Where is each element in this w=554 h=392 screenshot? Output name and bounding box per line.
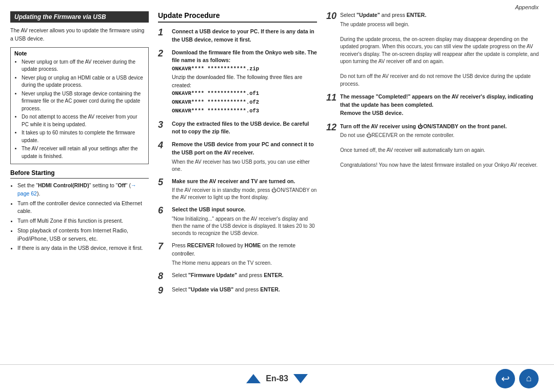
- step-7-content: Press RECEIVER followed by HOME on the r…: [172, 242, 317, 267]
- step-8-content: Select "Firmware Update" and press ENTER…: [172, 271, 317, 280]
- step-5-num: 5: [158, 178, 169, 188]
- footer: En-83 ↩ ⌂: [0, 364, 554, 392]
- step-9-content: Select "Update via USB" and press ENTER.: [172, 286, 317, 294]
- step-5: 5 Make sure the AV receiver and TV are t…: [158, 178, 317, 202]
- left-column: Updating the Firmware via USB The AV rec…: [10, 11, 149, 364]
- step-3: 3 Copy the extracted files to the USB de…: [158, 120, 317, 136]
- step-7-num: 7: [158, 242, 169, 252]
- before-starting-item: Set the "HDMI Control(RIHD)" setting to …: [17, 182, 149, 198]
- step-11: 11 The message "Completed!" appears on t…: [326, 93, 544, 117]
- step-1-num: 1: [158, 28, 169, 38]
- before-starting-item: If there is any data in the USB device, …: [17, 244, 149, 252]
- note-item: Do not attempt to access the AV receiver…: [22, 113, 145, 128]
- step-3-num: 3: [158, 120, 169, 130]
- before-starting-item: Turn off the controller device connected…: [17, 200, 149, 216]
- home-button[interactable]: ⌂: [519, 369, 539, 388]
- next-page-arrow[interactable]: [293, 374, 308, 383]
- section-title: Updating the Firmware via USB: [10, 11, 149, 23]
- note-box: Note Never unplug or turn off the AV rec…: [10, 47, 149, 165]
- step-2-num: 2: [158, 49, 169, 59]
- note-item: The AV receiver will retain all your set…: [22, 145, 145, 160]
- right-column: 10 Select "Update" and press ENTER. The …: [326, 11, 544, 364]
- step-8-num: 8: [158, 271, 169, 282]
- prev-page-arrow[interactable]: [246, 374, 261, 383]
- note-item: It takes up to 60 minutes to complete th…: [22, 129, 145, 144]
- step-12-num: 12: [326, 123, 338, 133]
- before-starting-item: Stop playback of contents from Internet …: [17, 227, 149, 243]
- step-5-content: Make sure the AV receiver and TV are tur…: [172, 178, 317, 202]
- step-6-num: 6: [158, 206, 169, 216]
- note-item: Never unplug the USB storage device cont…: [22, 90, 145, 113]
- before-starting-item: Turn off Multi Zone if this function is …: [17, 217, 149, 225]
- back-button[interactable]: ↩: [496, 369, 515, 388]
- appendix-text: Appendix: [515, 4, 539, 10]
- step-4-num: 4: [158, 141, 169, 151]
- step-1-content: Connect a USB device to your PC. If ther…: [172, 28, 317, 44]
- step-2-code-main: ONKAVR**** ************.zip: [172, 66, 259, 72]
- before-starting-list: Set the "HDMI Control(RIHD)" setting to …: [10, 182, 149, 252]
- step-4-content: Remove the USB device from your PC and c…: [172, 141, 317, 173]
- content-area: Updating the Firmware via USB The AV rec…: [0, 11, 554, 364]
- step-11-num: 11: [326, 93, 338, 103]
- note-title: Note: [14, 50, 145, 56]
- page: Appendix Updating the Firmware via USB T…: [0, 0, 554, 392]
- step-10: 10 Select "Update" and press ENTER. The …: [326, 11, 544, 88]
- step-9: 9 Select "Update via USB" and press ENTE…: [158, 286, 317, 296]
- footer-right: ↩ ⌂: [496, 369, 539, 388]
- step-2-code1: ONKAVR**** ************.of1: [172, 90, 259, 96]
- before-starting-title: Before Starting: [10, 169, 149, 179]
- note-item: Never unplug or turn off the AV receiver…: [22, 58, 145, 73]
- step-2-code3: ONKAVR**** ************.of3: [172, 108, 259, 114]
- step-7: 7 Press RECEIVER followed by HOME on the…: [158, 242, 317, 267]
- step-10-num: 10: [326, 11, 338, 22]
- step-2-content: Download the firmware file from the Onky…: [172, 49, 317, 115]
- appendix-label: Appendix: [0, 0, 554, 11]
- step-8: 8 Select "Firmware Update" and press ENT…: [158, 271, 317, 282]
- step-2: 2 Download the firmware file from the On…: [158, 49, 317, 115]
- step-4: 4 Remove the USB device from your PC and…: [158, 141, 317, 173]
- step-6: 6 Select the USB input source. "Now Init…: [158, 206, 317, 237]
- before-starting-section: Before Starting Set the "HDMI Control(RI…: [10, 169, 149, 252]
- middle-column: Update Procedure 1 Connect a USB device …: [158, 11, 317, 364]
- step-1: 1 Connect a USB device to your PC. If th…: [158, 28, 317, 44]
- step-2-code2: ONKAVR**** ************.of2: [172, 99, 259, 105]
- footer-center: En-83: [246, 374, 308, 383]
- step-3-content: Copy the extracted files to the USB devi…: [172, 120, 317, 136]
- note-list: Never unplug or turn off the AV receiver…: [14, 58, 145, 161]
- step-12: 12 Turn off the AV receiver using ⏻ON/ST…: [326, 123, 544, 169]
- back-icon: ↩: [501, 373, 510, 385]
- home-icon: ⌂: [526, 373, 532, 384]
- update-procedure-title: Update Procedure: [158, 11, 317, 23]
- note-item: Never plug or unplug an HDMI cable or a …: [22, 74, 145, 89]
- step-10-content: Select "Update" and press ENTER. The upd…: [340, 11, 544, 88]
- intro-text: The AV receiver allows you to update the…: [10, 27, 149, 43]
- step-11-content: The message "Completed!" appears on the …: [340, 93, 544, 117]
- step-9-num: 9: [158, 286, 169, 296]
- step-6-content: Select the USB input source. "Now Initia…: [172, 206, 317, 237]
- page-number: En-83: [266, 374, 288, 383]
- step-12-content: Turn off the AV receiver using ⏻ON/STAND…: [340, 123, 544, 169]
